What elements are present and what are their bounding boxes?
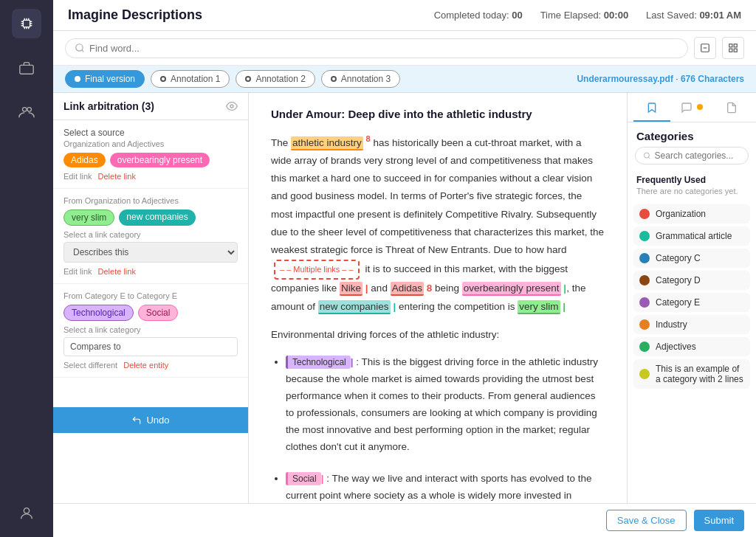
link-section-2: From Organization to Adjectives very sli… [53, 189, 248, 284]
section2-actions: Edit link Delete link [63, 267, 238, 276]
highlight-nike[interactable]: Nike [340, 282, 362, 296]
cat-item-adjectives[interactable]: Adjectives [633, 337, 750, 356]
cat-tab-categories[interactable] [633, 97, 670, 122]
section3-actions: Select different Delete entity [63, 361, 238, 370]
cat-item-category-c[interactable]: Category C [633, 249, 750, 268]
search-input[interactable] [89, 43, 678, 54]
cat-dot-category-e [639, 297, 650, 308]
main-wrapper: Imagine Descriptions Completed today: 00… [53, 0, 756, 537]
submit-button[interactable]: Submit [694, 510, 744, 531]
completed-stat: Completed today: 00 [434, 10, 523, 21]
cat-dot-category-d [639, 275, 650, 285]
cat-search-input[interactable] [655, 150, 740, 161]
section2-cat-label: Select a link category [63, 230, 238, 239]
section1-tags: Adidas overbearingly present [63, 153, 238, 167]
filter-icon [700, 43, 710, 53]
cat-tab-doc[interactable] [713, 97, 750, 122]
tab-annotation-1[interactable]: Annotation 1 [151, 70, 230, 88]
sidebar-icon-person[interactable] [12, 499, 41, 528]
content-area: Link arbitration (3) Select a source Org… [53, 93, 756, 503]
doc-title: Under Amour: Deep dive into the athletic… [271, 108, 605, 120]
section1-edit-btn[interactable]: Edit link [63, 172, 92, 181]
doc-list-item-1: Technological| : This is the biggest dri… [286, 354, 605, 456]
radio-dot-ann1 [160, 76, 166, 82]
save-close-button[interactable]: Save & Close [606, 510, 687, 531]
search-action-btn-2[interactable] [722, 37, 744, 59]
doc-list: Technological| : This is the biggest dri… [271, 354, 605, 503]
document-icon [726, 102, 738, 114]
very-slim-pipe: | [563, 301, 566, 312]
grid-icon [728, 43, 738, 53]
link-panel-spacer [53, 378, 248, 407]
industry-badge[interactable]: 8 [366, 134, 371, 143]
tag-technological[interactable]: Technological [63, 305, 134, 321]
social-pipe: | [321, 473, 324, 484]
cat-dot-adjectives [639, 342, 650, 352]
cat-search-wrap[interactable] [635, 147, 749, 164]
tag-new-companies[interactable]: new companies [119, 209, 195, 226]
categories-panel: Categories Frequently Used There are no … [627, 93, 756, 503]
cat-tab-chat[interactable] [673, 97, 710, 122]
tab-annotation-2[interactable]: Annotation 2 [236, 70, 315, 88]
overbearingly-pipe: | [563, 283, 566, 294]
tag-social[interactable]: Social [138, 305, 179, 321]
highlight-adidas[interactable]: Adidas [391, 282, 424, 296]
search-row [53, 31, 756, 66]
section2-category-select[interactable]: Describes this [63, 242, 238, 263]
search-action-btn-1[interactable] [694, 37, 716, 59]
doc-area: Under Amour: Deep dive into the athletic… [249, 93, 627, 503]
cat-item-organization[interactable]: Organization [633, 204, 750, 224]
tab-annotation-3[interactable]: Annotation 3 [321, 70, 400, 88]
cat-dot-industry [639, 319, 650, 330]
search-wrap[interactable] [65, 38, 688, 58]
radio-dot-final [75, 76, 80, 82]
sidebar-icon-briefcase[interactable] [12, 53, 41, 83]
section3-select-btn[interactable]: Select different [63, 361, 117, 370]
svg-rect-21 [729, 44, 732, 47]
bookmark-icon [646, 102, 658, 114]
cat-item-industry[interactable]: Industry [633, 315, 750, 334]
tag-very-slim[interactable]: very slim [63, 209, 114, 226]
cat-dot-example [639, 369, 650, 379]
highlight-overbearingly[interactable]: overbearingly present [462, 282, 561, 296]
sidebar-icon-users[interactable] [12, 97, 41, 127]
section1-actions: Edit link Delete link [63, 172, 238, 181]
link-panel: Link arbitration (3) Select a source Org… [53, 93, 249, 503]
cat-name-adjectives: Adjectives [656, 342, 696, 352]
section3-tags: Technological Social [63, 305, 238, 321]
highlight-technological[interactable]: Technological [286, 356, 351, 369]
section2-edit-btn[interactable]: Edit link [63, 267, 92, 276]
categories-list: Organization Grammatical article Categor… [628, 200, 756, 393]
section2-delete-btn[interactable]: Delete link [98, 267, 136, 276]
cat-item-category-d[interactable]: Category D [633, 271, 750, 290]
file-info: Underarmouressay.pdf · 676 Characters [577, 74, 744, 84]
highlight-very-slim[interactable]: very slim [518, 300, 560, 314]
svg-point-16 [24, 508, 29, 513]
highlight-new-companies[interactable]: new companies [318, 300, 391, 314]
undo-bar[interactable]: Undo [53, 407, 248, 433]
doc-text: The athletic industry 8 has historically… [271, 132, 605, 503]
svg-rect-23 [729, 49, 732, 52]
section3-delete-btn[interactable]: Delete entity [123, 361, 168, 370]
highlight-social[interactable]: Social [286, 472, 321, 485]
tag-adidas[interactable]: Adidas [63, 153, 106, 167]
saved-stat: Last Saved: 09:01 AM [646, 10, 741, 21]
cat-item-category-e[interactable]: Category E [633, 293, 750, 312]
cat-name-category-c: Category C [656, 253, 701, 263]
sidebar-icon-chip[interactable] [12, 9, 41, 38]
cat-item-grammatical[interactable]: Grammatical article [633, 226, 750, 246]
tab-final-version[interactable]: Final version [65, 70, 145, 88]
section1-delete-btn[interactable]: Delete link [98, 172, 136, 181]
link-section-3: From Category E to Category E Technologi… [53, 284, 248, 378]
highlight-athletic-industry[interactable]: athletic industry [291, 136, 363, 150]
doc-paragraph-1: The athletic industry 8 has historically… [271, 132, 605, 316]
svg-line-27 [648, 157, 650, 159]
cat-item-example[interactable]: This is an example of a category with 2 … [633, 359, 750, 389]
cat-name-example: This is an example of a category with 2 … [656, 364, 744, 384]
cat-tabs [628, 93, 756, 122]
eye-icon[interactable] [226, 100, 238, 112]
svg-point-14 [23, 108, 27, 112]
tech-pipe: | [351, 356, 354, 367]
section2-label: From Organization to Adjectives [63, 196, 238, 205]
tag-overbearingly[interactable]: overbearingly present [110, 153, 210, 167]
